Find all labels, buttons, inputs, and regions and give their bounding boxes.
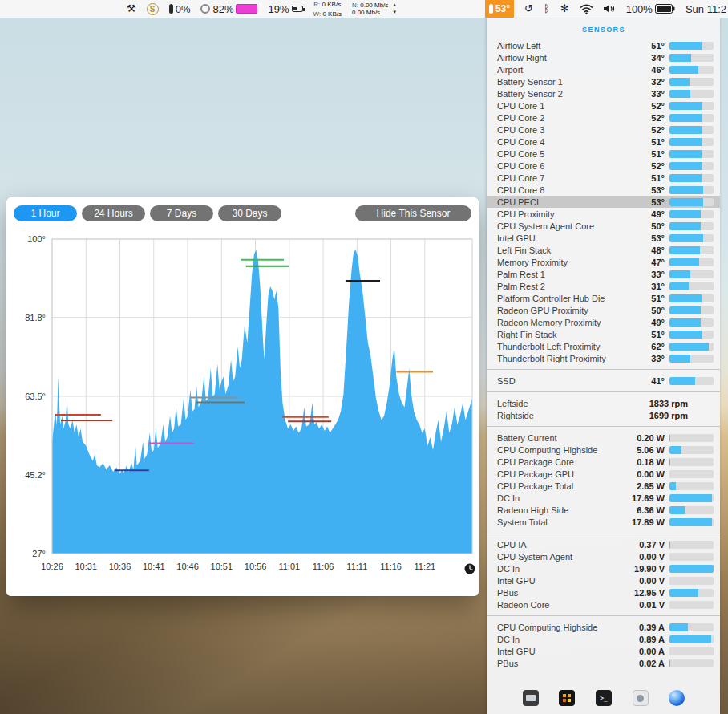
sensor-row-dc-in[interactable]: DC In0.89 A [487, 633, 720, 645]
network-up-value: 0.00 Mb/s [360, 2, 388, 9]
sensor-row-thunderbolt-right-proximity[interactable]: Thunderbolt Right Proximity33° [487, 352, 720, 364]
sensor-row-thunderbolt-left-proximity[interactable]: Thunderbolt Left Proximity62° [487, 340, 720, 352]
sensor-row-rightside[interactable]: Rightside1699 rpm [487, 409, 720, 421]
sensor-row-radeon-gpu-proximity[interactable]: Radeon GPU Proximity50° [487, 304, 720, 316]
sensor-row-pbus[interactable]: PBus0.02 A [487, 657, 720, 669]
battery-gauge-menu-item[interactable]: 82% [200, 0, 257, 18]
sensor-label: Radeon GPU Proximity [497, 306, 651, 315]
sensor-label: CPU Proximity [497, 209, 651, 219]
sensor-row-dc-in[interactable]: DC In19.90 V [487, 562, 720, 574]
y-axis-label: 27° [32, 549, 46, 558]
sensor-bar [669, 565, 714, 573]
display-app-icon[interactable] [523, 690, 539, 706]
sensor-row-right-fin-stack[interactable]: Right Fin Stack51° [487, 328, 720, 340]
sensor-row-cpu-package-gpu[interactable]: CPU Package GPU0.00 W [487, 468, 720, 480]
sensor-row-cpu-package-core[interactable]: CPU Package Core0.18 W [487, 456, 720, 468]
sensor-bar [669, 114, 714, 122]
sensor-row-cpu-peci[interactable]: CPU PECI53° [487, 196, 720, 208]
chart-toolbar: 1 Hour24 Hours7 Days30 Days Hide This Se… [14, 205, 471, 221]
sensor-row-cpu-proximity[interactable]: CPU Proximity49° [487, 208, 720, 220]
sensor-row-cpu-package-total[interactable]: CPU Package Total2.65 W [487, 480, 720, 492]
panel-title: SENSORS [487, 26, 720, 34]
second-battery-value: 19% [268, 3, 289, 15]
sensor-row-intel-gpu[interactable]: Intel GPU53° [487, 232, 720, 244]
sensor-label: Battery Current [497, 433, 637, 443]
sensor-row-airflow-right[interactable]: Airflow Right34° [487, 51, 720, 63]
sensor-row-cpu-core-2[interactable]: CPU Core 252° [487, 112, 720, 124]
range-button-24-hours[interactable]: 24 Hours [82, 205, 145, 221]
range-button-7-days[interactable]: 7 Days [150, 205, 213, 221]
sensor-row-intel-gpu[interactable]: Intel GPU0.00 A [487, 645, 720, 657]
sensor-row-dc-in[interactable]: DC In17.69 W [487, 492, 720, 504]
fan-icon[interactable]: ✻ [560, 0, 569, 18]
network-down-value: 0.00 Mb/s [352, 9, 380, 16]
bluetooth-icon[interactable]: ᛒ [544, 0, 550, 18]
retro-game-app-icon[interactable] [559, 690, 575, 706]
range-button-30-days[interactable]: 30 Days [218, 205, 281, 221]
sensor-value: 5.06 W [637, 445, 665, 455]
sensor-label: Airflow Left [497, 41, 651, 51]
sensor-label: Battery Sensor 1 [497, 77, 651, 87]
sensor-bar [669, 162, 714, 170]
sensor-row-cpu-computing-highside[interactable]: CPU Computing Highside5.06 W [487, 444, 720, 456]
sensor-bar [669, 553, 714, 561]
sensor-label: Thunderbolt Left Proximity [497, 342, 651, 351]
sensor-row-left-fin-stack[interactable]: Left Fin Stack48° [487, 244, 720, 256]
sensor-row-battery-sensor-1[interactable]: Battery Sensor 132° [487, 75, 720, 87]
sensor-row-cpu-core-8[interactable]: CPU Core 853° [487, 184, 720, 196]
sensor-row-cpu-core-7[interactable]: CPU Core 751° [487, 172, 720, 184]
sensor-row-cpu-system-agent[interactable]: CPU System Agent0.00 V [487, 550, 720, 562]
hide-this-sensor-button[interactable]: Hide This Sensor [355, 205, 471, 221]
second-battery-menu-item[interactable]: 19% [268, 0, 302, 18]
hammer-icon[interactable]: ⚒ [127, 0, 136, 18]
sensor-bar [669, 126, 714, 134]
sensor-row-cpu-core-6[interactable]: CPU Core 652° [487, 160, 720, 172]
cpu-usage-menu-item[interactable]: 0% [169, 0, 191, 18]
s-badge-menu-item[interactable]: S [147, 0, 159, 18]
sensor-row-ssd[interactable]: SSD41° [487, 375, 720, 387]
range-button-1-hour[interactable]: 1 Hour [14, 205, 77, 221]
menu-bar-clock[interactable]: Sun 11:2 [686, 0, 726, 18]
magenta-battery-bar-icon [236, 4, 257, 14]
sensor-row-radeon-memory-proximity[interactable]: Radeon Memory Proximity49° [487, 316, 720, 328]
sensor-row-memory-proximity[interactable]: Memory Proximity47° [487, 256, 720, 268]
sensor-value: 0.00 V [639, 552, 665, 562]
browser-app-icon[interactable] [669, 690, 685, 706]
sensor-row-cpu-ia[interactable]: CPU IA0.37 V [487, 538, 720, 550]
sensor-row-palm-rest-2[interactable]: Palm Rest 231° [487, 280, 720, 292]
sensor-row-battery-sensor-2[interactable]: Battery Sensor 233° [487, 87, 720, 99]
sensor-row-pbus[interactable]: PBus12.95 V [487, 586, 720, 598]
sensor-row-intel-gpu[interactable]: Intel GPU0.00 V [487, 574, 720, 586]
battery-menu-item[interactable]: 100% [626, 0, 675, 18]
sensor-row-cpu-core-1[interactable]: CPU Core 152° [487, 99, 720, 112]
sensor-row-palm-rest-1[interactable]: Palm Rest 133° [487, 268, 720, 280]
sensor-value: 52° [651, 125, 665, 135]
sensor-row-leftside[interactable]: Leftside1833 rpm [487, 397, 720, 409]
volume-menu-item[interactable] [604, 0, 616, 18]
sensor-label: CPU System Agent [497, 552, 639, 562]
sensor-row-radeon-high-side[interactable]: Radeon High Side6.36 W [487, 504, 720, 516]
sensor-temp-menu-item[interactable]: 53° [485, 0, 514, 18]
sensor-row-system-total[interactable]: System Total17.89 W [487, 516, 720, 528]
sensor-row-cpu-core-3[interactable]: CPU Core 352° [487, 124, 720, 136]
sensor-label: Airport [497, 65, 651, 75]
sensor-row-radeon-core[interactable]: Radeon Core0.01 V [487, 598, 720, 611]
sensor-row-cpu-system-agent-core[interactable]: CPU System Agent Core50° [487, 220, 720, 232]
sensor-row-cpu-core-5[interactable]: CPU Core 551° [487, 148, 720, 160]
disk-io-menu-item[interactable]: R: 0 KB/s W: 0 KB/s [313, 0, 342, 18]
sensor-row-platform-controller-hub-die[interactable]: Platform Controller Hub Die51° [487, 292, 720, 304]
network-menu-item[interactable]: N: 0.00 Mb/s 0.00 Mb/s ▲ ▼ [352, 0, 397, 18]
sensor-label: CPU Core 8 [497, 185, 651, 195]
sensor-value: 51° [651, 173, 665, 183]
sensor-label: CPU Package Total [497, 481, 637, 491]
sensor-row-battery-current[interactable]: Battery Current0.20 W [487, 432, 720, 444]
sensor-row-airport[interactable]: Airport46° [487, 63, 720, 75]
sensor-row-cpu-core-4[interactable]: CPU Core 451° [487, 136, 720, 148]
wifi-menu-item[interactable] [580, 0, 593, 18]
x-axis-label: 10:41 [143, 562, 165, 571]
time-machine-icon[interactable]: ↺ [524, 0, 533, 18]
utility-app-icon[interactable] [633, 690, 649, 706]
terminal-app-icon[interactable]: >_ [596, 690, 612, 706]
sensor-row-cpu-computing-highside[interactable]: CPU Computing Highside0.39 A [487, 621, 720, 633]
sensor-row-airflow-left[interactable]: Airflow Left51° [487, 39, 720, 51]
